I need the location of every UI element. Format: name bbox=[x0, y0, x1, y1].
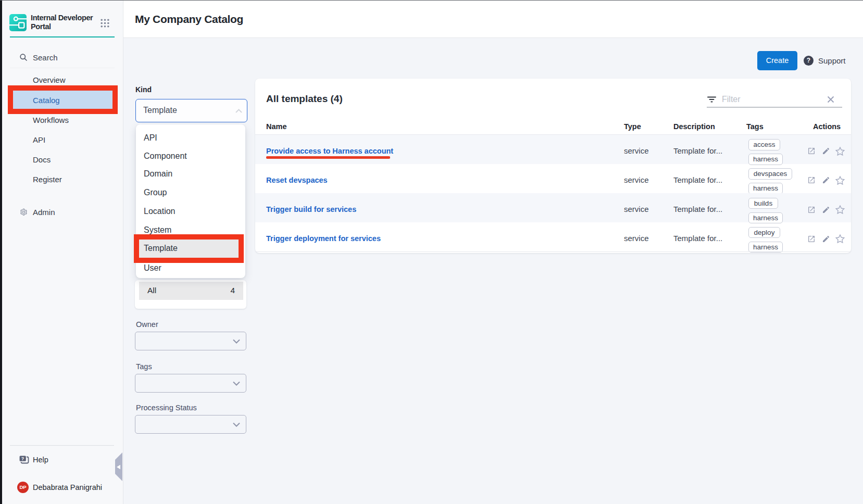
svg-text:?: ? bbox=[21, 456, 24, 461]
